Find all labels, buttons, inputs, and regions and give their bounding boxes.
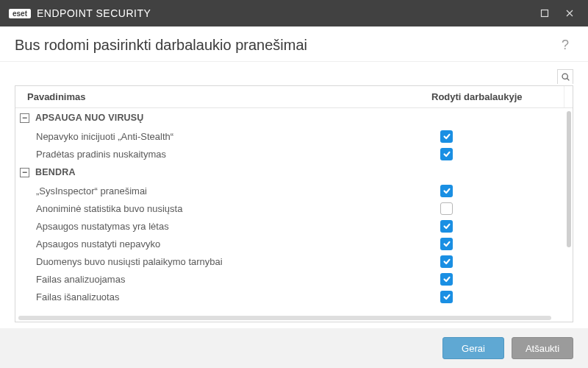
dialog-heading-row: Bus rodomi pasirinkti darbalaukio praneš…	[0, 26, 588, 62]
row-show-cell	[440, 220, 564, 233]
group-title: BENDRA	[35, 167, 76, 177]
titlebar: eset ENDPOINT SECURITY	[0, 0, 588, 26]
brand-product: ENDPOINT SECURITY	[37, 7, 151, 19]
show-on-desktop-checkbox[interactable]	[440, 148, 453, 160]
show-on-desktop-checkbox[interactable]	[440, 202, 453, 215]
table-row: Anoniminė statistika buvo nusiųsta	[15, 199, 564, 217]
search-icon	[561, 72, 570, 82]
group-header[interactable]: −APSAUGA NUO VIRUSŲ	[15, 108, 564, 127]
vertical-scroll-thumb[interactable]	[567, 111, 571, 247]
search-button[interactable]	[557, 69, 573, 84]
dialog-title: Bus rodomi pasirinkti darbalaukio praneš…	[15, 37, 557, 54]
show-on-desktop-checkbox[interactable]	[440, 255, 453, 268]
row-show-cell	[440, 148, 564, 160]
help-button[interactable]: ?	[557, 38, 573, 54]
row-show-cell	[440, 255, 564, 268]
collapse-icon[interactable]: −	[20, 113, 29, 123]
row-show-cell	[440, 130, 564, 143]
row-show-cell	[440, 238, 564, 250]
vertical-scrollbar[interactable]	[567, 111, 571, 311]
table-row: Failas analizuojamas	[15, 270, 564, 288]
search-row	[15, 69, 573, 84]
row-label: Failas išanalizuotas	[36, 291, 440, 302]
show-on-desktop-checkbox[interactable]	[440, 273, 453, 286]
horizontal-scrollbar[interactable]	[18, 316, 562, 320]
table-row: Pradėtas pradinis nuskaitymas	[15, 145, 564, 163]
row-label: „SysInspector“ pranešimai	[36, 185, 440, 197]
horizontal-scroll-thumb[interactable]	[18, 316, 551, 320]
dialog-content: Pavadinimas Rodyti darbalaukyje −APSAUGA…	[0, 62, 588, 328]
show-on-desktop-checkbox[interactable]	[440, 291, 453, 303]
cancel-button[interactable]: Atšaukti	[512, 337, 573, 359]
window-close-button[interactable]	[557, 0, 582, 26]
row-show-cell	[440, 185, 564, 197]
svg-point-1	[562, 74, 567, 79]
row-label: Failas analizuojamas	[36, 274, 440, 285]
ok-button[interactable]: Gerai	[442, 337, 504, 359]
column-header-show[interactable]: Rodyti darbalaukyje	[431, 86, 564, 107]
row-show-cell	[440, 273, 564, 286]
row-show-cell	[440, 202, 564, 215]
row-label: Anoniminė statistika buvo nusiųsta	[36, 203, 440, 214]
show-on-desktop-checkbox[interactable]	[440, 238, 453, 250]
brand: eset ENDPOINT SECURITY	[9, 7, 151, 19]
maximize-icon	[540, 9, 549, 18]
group-title: APSAUGA NUO VIRUSŲ	[35, 113, 144, 123]
brand-logo: eset	[9, 9, 31, 18]
table-row: Apsaugos nustatyti nepavyko	[15, 235, 564, 252]
table-row: Apsaugos nustatymas yra lėtas	[15, 217, 564, 235]
row-label: Nepavyko inicijuoti „Anti-Stealth“	[36, 131, 440, 142]
table-body: −APSAUGA NUO VIRUSŲNepavyko inicijuoti „…	[15, 108, 573, 322]
dialog-footer: Gerai Atšaukti	[0, 328, 588, 368]
row-show-cell	[440, 291, 564, 303]
show-on-desktop-checkbox[interactable]	[440, 220, 453, 233]
row-label: Apsaugos nustatyti nepavyko	[36, 238, 440, 250]
table-row: Nepavyko inicijuoti „Anti-Stealth“	[15, 127, 564, 145]
show-on-desktop-checkbox[interactable]	[440, 130, 453, 143]
row-label: Pradėtas pradinis nuskaitymas	[36, 149, 440, 160]
svg-rect-0	[542, 10, 548, 17]
row-label: Duomenys buvo nusiųsti palaikymo tarnyba…	[36, 256, 440, 267]
row-label: Apsaugos nustatymas yra lėtas	[36, 221, 440, 232]
show-on-desktop-checkbox[interactable]	[440, 185, 453, 197]
close-icon	[565, 9, 574, 18]
collapse-icon[interactable]: −	[20, 168, 29, 177]
notifications-table: Pavadinimas Rodyti darbalaukyje −APSAUGA…	[15, 85, 573, 322]
table-row: Failas išanalizuotas	[15, 288, 564, 305]
help-icon: ?	[562, 38, 569, 53]
column-header-name[interactable]: Pavadinimas	[15, 86, 431, 107]
window-maximize-button[interactable]	[532, 0, 557, 26]
table-row: „SysInspector“ pranešimai	[15, 182, 564, 199]
table-header: Pavadinimas Rodyti darbalaukyje	[15, 86, 573, 108]
group-header[interactable]: −BENDRA	[15, 163, 564, 182]
table-row: Duomenys buvo nusiųsti palaikymo tarnyba…	[15, 252, 564, 270]
